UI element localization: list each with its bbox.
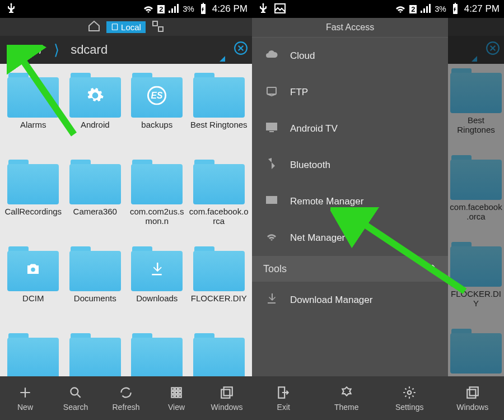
- sim-badge: 2: [157, 5, 165, 13]
- bottom-theme[interactable]: Theme: [315, 376, 379, 420]
- svg-rect-14: [171, 395, 174, 397]
- folder-item[interactable]: CallRecordings: [2, 155, 64, 242]
- close-tab-button[interactable]: [230, 41, 252, 59]
- folder-icon: [69, 160, 121, 204]
- folder-icon: [193, 73, 245, 118]
- folder-item[interactable]: [64, 329, 127, 376]
- folder-item[interactable]: DCIM: [2, 242, 64, 329]
- svg-rect-1: [153, 21, 157, 26]
- breadcrumb-root[interactable]: /: [39, 43, 43, 57]
- search-icon: [68, 385, 83, 400]
- breadcrumb-current[interactable]: sdcard: [71, 43, 108, 57]
- multiwindow-icon[interactable]: [151, 20, 165, 35]
- remote-icon: FTP: [264, 193, 279, 209]
- svg-rect-13: [179, 391, 181, 394]
- drawer-item-download-manager[interactable]: Download Manager: [252, 282, 448, 318]
- folder-label: Camera360: [72, 207, 118, 216]
- bottom-search[interactable]: Search: [50, 376, 101, 420]
- signal-icon: [167, 2, 180, 17]
- folder-item[interactable]: Best Ringtones: [188, 68, 250, 155]
- svg-rect-18: [221, 390, 230, 398]
- net-icon: [264, 230, 279, 246]
- drawer-panel: Fast Access CloudFTPAndroid TVBluetoothF…: [252, 18, 448, 376]
- sim-badge: 2: [409, 5, 417, 13]
- drawer-item-android-tv[interactable]: Android TV: [252, 110, 448, 147]
- drawer-header: Fast Access: [252, 18, 448, 38]
- drawer-item-net-manager[interactable]: Net Manager: [252, 220, 448, 256]
- exit-icon: [276, 385, 291, 400]
- folder-item[interactable]: [188, 329, 250, 376]
- drawer-item-cloud[interactable]: Cloud: [252, 38, 448, 74]
- bottom-exit[interactable]: Exit: [252, 376, 315, 420]
- folder-item[interactable]: [2, 329, 64, 376]
- folder-icon: [69, 246, 121, 291]
- nav-bar: / ⟩ sdcard: [0, 36, 252, 64]
- drawer-bottom-bar: ExitThemeSettingsWindows: [252, 376, 504, 420]
- folder-item[interactable]: Camera360: [64, 155, 127, 242]
- folder-grid: AlarmsAndroidESbackupsBest RingtonesCall…: [0, 64, 252, 376]
- folder-label: Downloads: [135, 293, 179, 303]
- gear-icon: [402, 385, 417, 400]
- status-bar: 2 3% 4:27 PM: [252, 0, 504, 18]
- folder-item[interactable]: com.facebook.orca: [188, 155, 250, 242]
- folder-item[interactable]: FLOCKER.DIY: [188, 242, 250, 329]
- drawer-item-ftp[interactable]: FTP: [252, 74, 448, 110]
- folder-item[interactable]: Alarms: [2, 68, 64, 155]
- svg-rect-23: [267, 87, 276, 94]
- bottom-settings[interactable]: Settings: [378, 376, 441, 420]
- svg-rect-16: [179, 395, 181, 397]
- dropdown-indicator[interactable]: [220, 56, 225, 62]
- drawer-item-remote-manager[interactable]: FTPRemote Manager: [252, 183, 448, 220]
- svg-text:ES: ES: [151, 91, 163, 100]
- svg-rect-12: [175, 391, 178, 394]
- folder-item[interactable]: com.com2us.smon.n: [126, 155, 188, 242]
- bottom-windows[interactable]: Windows: [441, 376, 505, 420]
- bottom-bar: NewSearchRefreshViewWindows: [0, 376, 252, 420]
- svg-rect-30: [467, 390, 475, 398]
- folder-item[interactable]: Downloads: [126, 242, 188, 329]
- left-screen: 2 3% 4:26 PM Local / ⟩: [0, 0, 252, 420]
- folder-item[interactable]: Documents: [64, 242, 127, 329]
- bottom-new[interactable]: New: [0, 376, 50, 420]
- folder-item[interactable]: ESbackups: [126, 68, 188, 155]
- folder-label: com.com2us.smon.n: [126, 207, 188, 226]
- folder-item[interactable]: [126, 329, 188, 376]
- refresh-icon: [119, 385, 133, 400]
- tab-local[interactable]: Local: [106, 21, 146, 33]
- svg-rect-15: [175, 395, 178, 397]
- folder-item: Best Ringtones: [448, 64, 504, 151]
- svg-rect-29: [469, 387, 478, 395]
- usb-icon: [256, 2, 270, 17]
- svg-rect-9: [175, 388, 178, 390]
- folder-label: Best Ringtones: [189, 120, 249, 129]
- bottom-windows[interactable]: Windows: [202, 376, 252, 420]
- svg-rect-2: [158, 27, 163, 31]
- battery-percent: 3%: [183, 4, 194, 13]
- battery-icon: [197, 2, 210, 17]
- usb-icon: [4, 2, 18, 17]
- drawer-item-bluetooth[interactable]: Bluetooth: [252, 147, 448, 183]
- bottom-refresh[interactable]: Refresh: [101, 376, 151, 420]
- svg-rect-11: [171, 391, 174, 394]
- home-icon[interactable]: [87, 20, 101, 35]
- wifi-icon: [394, 2, 407, 17]
- battery-icon: [449, 2, 462, 17]
- drawer-section-tools[interactable]: Tools⌃: [252, 256, 448, 282]
- close-tab-button[interactable]: [482, 41, 504, 59]
- menu-button[interactable]: [0, 45, 28, 55]
- svg-point-6: [31, 268, 36, 272]
- ftp-icon: [264, 84, 279, 100]
- breadcrumb[interactable]: / ⟩ sdcard: [28, 41, 230, 59]
- signal-icon: [419, 2, 432, 17]
- right-screen: 2 3% 4:27 PM Best Ringtonescom.facebook.…: [252, 0, 504, 420]
- tv-icon: [264, 120, 279, 137]
- folder-item: com.facebook.orca: [448, 151, 504, 237]
- folder-label: backups: [140, 120, 174, 129]
- folder-item[interactable]: Android: [64, 68, 127, 155]
- picture-icon: [273, 2, 287, 17]
- svg-rect-0: [112, 24, 117, 30]
- bottom-view[interactable]: View: [151, 376, 202, 420]
- folder-item: FLOCKER.DIY: [448, 237, 504, 324]
- folder-label: Alarms: [19, 120, 48, 129]
- cloud-icon: [264, 48, 279, 64]
